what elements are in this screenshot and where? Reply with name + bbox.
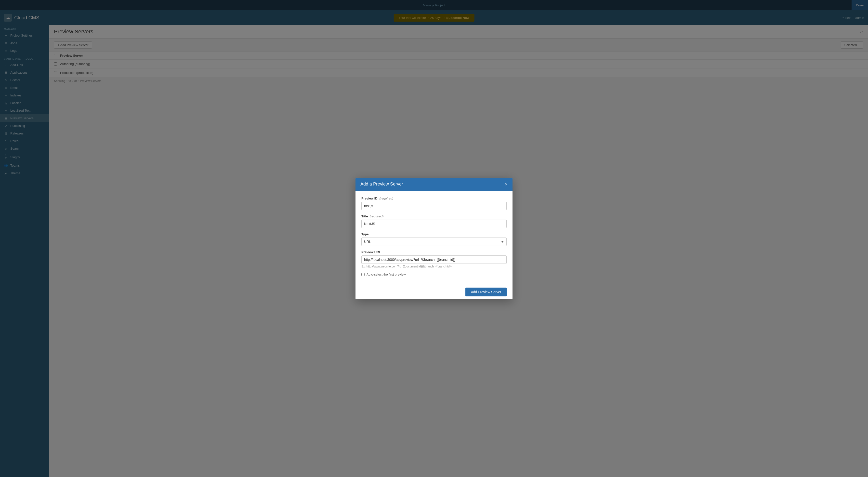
submit-button[interactable]: Add Preview Server xyxy=(465,288,507,296)
preview-id-label: Preview ID (required) xyxy=(361,197,507,200)
preview-id-group: Preview ID (required) xyxy=(361,197,507,210)
type-group: Type URL xyxy=(361,232,507,246)
type-label: Type xyxy=(361,232,507,236)
modal-backdrop: Add a Preview Server × Preview ID (requi… xyxy=(0,0,868,477)
modal-header: Add a Preview Server × xyxy=(355,178,513,191)
title-group: Title (required) xyxy=(361,214,507,228)
preview-id-required: (required) xyxy=(379,197,393,200)
preview-url-label: Preview URL xyxy=(361,250,507,254)
modal-body: Preview ID (required) Title (required) T… xyxy=(355,191,513,285)
preview-id-input[interactable] xyxy=(361,202,507,210)
modal-close-button[interactable]: × xyxy=(505,182,507,187)
title-label: Title (required) xyxy=(361,214,507,218)
title-input[interactable] xyxy=(361,219,507,228)
auto-select-label[interactable]: Auto-select the first preview xyxy=(361,273,507,276)
modal-title: Add a Preview Server xyxy=(361,182,403,187)
auto-select-checkbox[interactable] xyxy=(361,273,365,276)
title-required: (required) xyxy=(370,214,383,218)
auto-select-group: Auto-select the first preview xyxy=(361,273,507,276)
preview-url-hint: Ex: http://www.website.com?id={{document… xyxy=(361,265,507,268)
add-preview-server-modal: Add a Preview Server × Preview ID (requi… xyxy=(355,178,513,299)
type-select[interactable]: URL xyxy=(361,238,507,246)
preview-url-input[interactable] xyxy=(361,256,507,264)
modal-footer: Add Preview Server xyxy=(355,285,513,299)
preview-url-group: Preview URL Ex: http://www.website.com?i… xyxy=(361,250,507,268)
